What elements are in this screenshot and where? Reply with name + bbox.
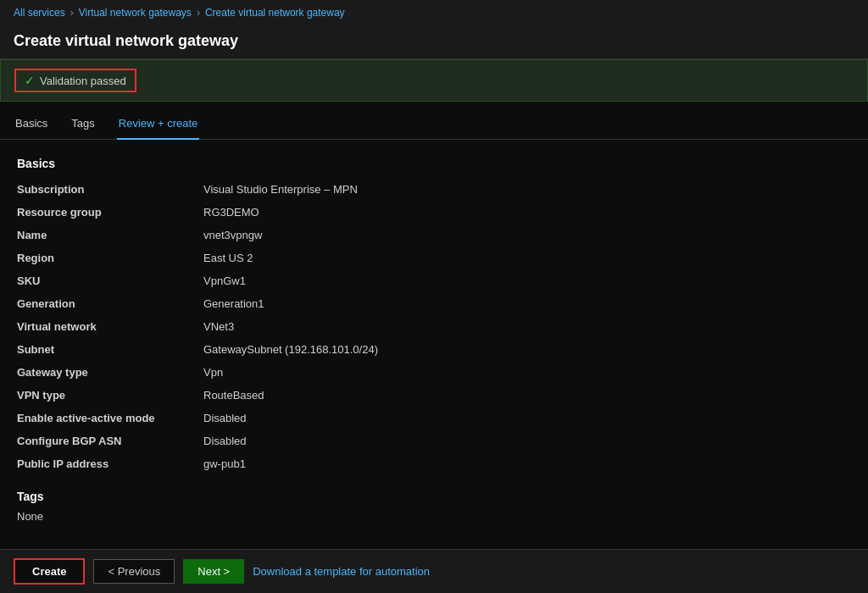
basics-details-grid: Subscription Visual Studio Enterprise – … bbox=[17, 180, 851, 473]
label-gateway-type: Gateway type bbox=[17, 363, 203, 381]
breadcrumb-virtual-network-gateways[interactable]: Virtual network gateways bbox=[79, 7, 192, 19]
value-subscription: Visual Studio Enterprise – MPN bbox=[203, 180, 851, 198]
label-public-ip: Public IP address bbox=[17, 455, 203, 473]
value-vpn-type: RouteBased bbox=[203, 386, 851, 404]
create-button[interactable]: Create bbox=[14, 558, 85, 585]
label-vpn-type: VPN type bbox=[17, 386, 203, 404]
value-region: East US 2 bbox=[203, 249, 851, 267]
footer-bar: Create < Previous Next > Download a temp… bbox=[0, 549, 868, 593]
value-generation: Generation1 bbox=[203, 295, 851, 313]
tab-review-create[interactable]: Review + create bbox=[117, 112, 200, 140]
label-sku: SKU bbox=[17, 272, 203, 290]
tags-none-value: None bbox=[17, 510, 851, 523]
tabs-bar: Basics Tags Review + create bbox=[0, 102, 868, 140]
validation-banner: ✓ Validation passed bbox=[0, 59, 868, 102]
value-active-active: Disabled bbox=[203, 409, 851, 427]
previous-button[interactable]: < Previous bbox=[93, 559, 175, 584]
page-title: Create virtual network gateway bbox=[14, 32, 854, 50]
breadcrumb-sep1: › bbox=[70, 7, 74, 19]
label-subnet: Subnet bbox=[17, 341, 203, 358]
validation-box: ✓ Validation passed bbox=[14, 69, 136, 92]
value-sku: VpnGw1 bbox=[203, 272, 851, 290]
validation-text: Validation passed bbox=[40, 75, 126, 87]
label-generation: Generation bbox=[17, 295, 203, 313]
value-bgp-asn: Disabled bbox=[203, 432, 851, 450]
value-virtual-network: VNet3 bbox=[203, 318, 851, 335]
label-virtual-network: Virtual network bbox=[17, 318, 203, 335]
value-subnet: GatewaySubnet (192.168.101.0/24) bbox=[203, 341, 851, 358]
main-content: Basics Subscription Visual Studio Enterp… bbox=[0, 140, 868, 549]
tab-tags[interactable]: Tags bbox=[70, 112, 96, 140]
automation-link[interactable]: Download a template for automation bbox=[253, 565, 430, 578]
check-icon: ✓ bbox=[25, 74, 35, 87]
breadcrumb-all-services[interactable]: All services bbox=[14, 7, 65, 19]
breadcrumb-sep2: › bbox=[197, 7, 200, 19]
value-resource-group: RG3DEMO bbox=[203, 203, 851, 221]
tags-section-title: Tags bbox=[17, 490, 851, 503]
label-region: Region bbox=[17, 249, 203, 267]
label-active-active: Enable active-active mode bbox=[17, 409, 203, 427]
label-bgp-asn: Configure BGP ASN bbox=[17, 432, 203, 450]
value-name: vnet3vpngw bbox=[203, 226, 851, 244]
label-name: Name bbox=[17, 226, 203, 244]
value-public-ip: gw-pub1 bbox=[203, 455, 851, 473]
basics-section-title: Basics bbox=[17, 157, 851, 170]
value-gateway-type: Vpn bbox=[203, 363, 851, 381]
label-subscription: Subscription bbox=[17, 180, 203, 198]
label-resource-group: Resource group bbox=[17, 203, 203, 221]
tab-basics[interactable]: Basics bbox=[14, 112, 49, 140]
page-title-bar: Create virtual network gateway bbox=[0, 25, 868, 59]
breadcrumb-current: Create virtual network gateway bbox=[205, 7, 345, 19]
breadcrumb-bar: All services › Virtual network gateways … bbox=[0, 0, 868, 25]
next-button[interactable]: Next > bbox=[183, 559, 244, 584]
